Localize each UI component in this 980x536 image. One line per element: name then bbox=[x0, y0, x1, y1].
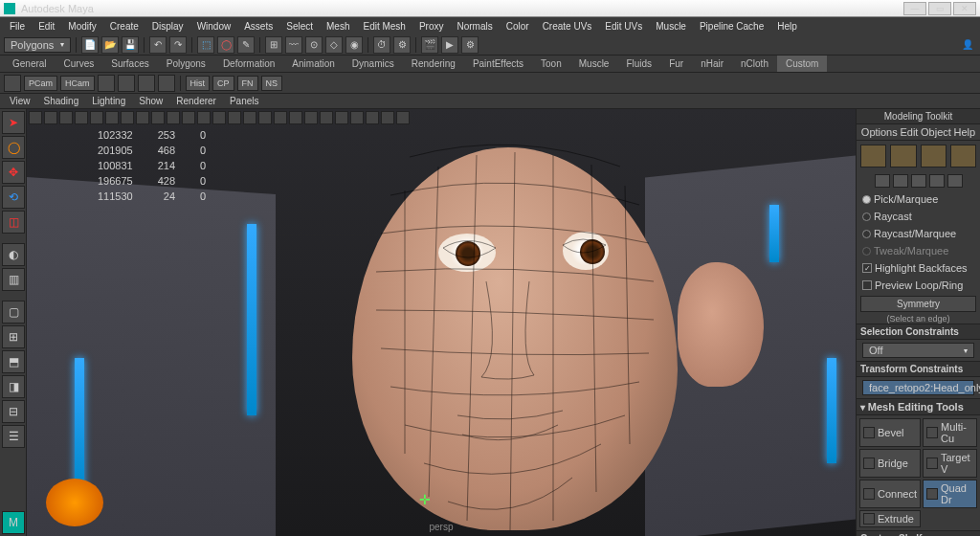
tool-bevel[interactable]: Bevel bbox=[859, 418, 921, 447]
trans-constraint-node[interactable]: face_retopo2:Head_only1:Me bbox=[862, 380, 974, 395]
shelf-tab-painteffects[interactable]: PaintEffects bbox=[464, 56, 532, 72]
menu-assets[interactable]: Assets bbox=[238, 19, 278, 34]
tk-menu-help[interactable]: Help bbox=[954, 126, 976, 138]
select-tool[interactable]: ➤ bbox=[2, 111, 25, 134]
shelf-tab-general[interactable]: General bbox=[4, 56, 56, 72]
shelf-tab-animation[interactable]: Animation bbox=[283, 56, 343, 72]
menu-file[interactable]: File bbox=[4, 19, 31, 34]
selection-constraints-header[interactable]: Selection Constraints bbox=[857, 324, 980, 340]
vp-icon[interactable] bbox=[90, 111, 103, 124]
shelf-icon-4[interactable] bbox=[158, 75, 175, 92]
symmetry-tool[interactable]: ▥ bbox=[2, 268, 25, 291]
grow-icon[interactable] bbox=[929, 174, 945, 188]
render-settings-icon[interactable]: ⚙ bbox=[461, 36, 479, 54]
component-edge-icon[interactable] bbox=[921, 145, 947, 168]
shelf-icon-3[interactable] bbox=[138, 75, 155, 92]
shelf-tab-nhair[interactable]: nHair bbox=[692, 56, 732, 72]
history-icon[interactable]: ⏱ bbox=[373, 36, 390, 54]
tool-quaddraw[interactable]: Quad Dr bbox=[923, 480, 977, 508]
mode-raycast[interactable]: Raycast bbox=[857, 208, 980, 225]
menu-select[interactable]: Select bbox=[280, 19, 319, 34]
vp-icon[interactable] bbox=[197, 111, 211, 124]
snap-live-icon[interactable]: ◉ bbox=[345, 36, 363, 54]
menu-modify[interactable]: Modify bbox=[62, 19, 101, 34]
vp-icon[interactable] bbox=[136, 111, 149, 124]
layout-two-v[interactable]: ◨ bbox=[2, 375, 25, 398]
vp-icon[interactable] bbox=[258, 111, 272, 124]
ipr-icon[interactable]: ▶ bbox=[441, 36, 458, 54]
vp-icon[interactable] bbox=[289, 111, 302, 124]
menu-muscle[interactable]: Muscle bbox=[650, 19, 692, 34]
vp-icon[interactable] bbox=[75, 111, 88, 124]
vp-icon[interactable] bbox=[320, 111, 333, 124]
snap-point-icon[interactable]: ⊙ bbox=[305, 36, 323, 54]
tk-menu-object[interactable]: Object bbox=[921, 126, 951, 138]
shelf-pcam[interactable]: PCam bbox=[24, 76, 57, 91]
paint-tool-icon[interactable]: ✎ bbox=[237, 36, 255, 54]
shelf-tab-fur[interactable]: Fur bbox=[660, 56, 692, 72]
tool-bridge[interactable]: Bridge bbox=[859, 449, 921, 478]
shelf-fn[interactable]: FN bbox=[237, 76, 258, 91]
shelf-hcam[interactable]: HCam bbox=[60, 76, 95, 91]
menu-edituvs[interactable]: Edit UVs bbox=[599, 19, 648, 34]
tool-target[interactable]: Target V bbox=[923, 449, 977, 478]
tool-extrude[interactable]: Extrude bbox=[859, 510, 921, 527]
tweak-icon[interactable] bbox=[911, 174, 926, 188]
menu-create[interactable]: Create bbox=[104, 19, 145, 34]
vp-icon[interactable] bbox=[350, 111, 364, 124]
vp-icon[interactable] bbox=[105, 111, 119, 124]
vp-icon[interactable] bbox=[59, 111, 73, 124]
symmetry-button[interactable]: Symmetry bbox=[860, 296, 976, 312]
menu-color[interactable]: Color bbox=[501, 19, 535, 34]
shelf-tab-polygons[interactable]: Polygons bbox=[158, 56, 214, 72]
shelf-icon-1[interactable] bbox=[98, 75, 115, 92]
minimize-button[interactable]: — bbox=[903, 2, 926, 15]
mode-tweak[interactable]: Tweak/Marquee bbox=[857, 242, 980, 259]
vp-icon[interactable] bbox=[335, 111, 348, 124]
shelf-tab-surfaces[interactable]: Surfaces bbox=[102, 56, 157, 72]
vp-icon[interactable] bbox=[44, 111, 57, 124]
vp-menu-show[interactable]: Show bbox=[133, 95, 168, 107]
maximize-button[interactable]: ▭ bbox=[928, 2, 951, 15]
vp-icon[interactable] bbox=[121, 111, 134, 124]
mode-raycast-marquee[interactable]: Raycast/Marquee bbox=[857, 225, 980, 242]
vp-icon[interactable] bbox=[151, 111, 165, 124]
shelf-tab-dynamics[interactable]: Dynamics bbox=[344, 56, 403, 72]
shelf-icon-2[interactable] bbox=[118, 75, 135, 92]
menu-proxy[interactable]: Proxy bbox=[413, 19, 450, 34]
scale-tool[interactable]: ◫ bbox=[2, 211, 25, 234]
layout-single[interactable]: ▢ bbox=[2, 301, 25, 324]
vp-menu-view[interactable]: View bbox=[4, 95, 36, 107]
vp-icon[interactable] bbox=[274, 111, 287, 124]
account-icon[interactable]: 👤 bbox=[959, 36, 976, 54]
menu-window[interactable]: Window bbox=[191, 19, 237, 34]
tk-menu-options[interactable]: Options bbox=[861, 126, 898, 138]
drag-icon[interactable] bbox=[893, 174, 908, 188]
save-scene-icon[interactable]: 💾 bbox=[122, 36, 139, 54]
close-button[interactable]: ✕ bbox=[953, 2, 976, 15]
transform-constraints-header[interactable]: Transform Constraints bbox=[857, 361, 980, 377]
vp-icon[interactable] bbox=[243, 111, 256, 124]
vp-icon[interactable] bbox=[29, 111, 42, 124]
shrink-icon[interactable] bbox=[947, 174, 963, 188]
soft-select-tool[interactable]: ◐ bbox=[2, 243, 25, 266]
tool-multicut[interactable]: Multi-Cu bbox=[923, 418, 977, 447]
menu-edit[interactable]: Edit bbox=[33, 19, 60, 34]
menu-display[interactable]: Display bbox=[146, 19, 189, 34]
viewport[interactable]: Viewport 2.0 1023322530 2019054680 10083… bbox=[27, 109, 856, 536]
preview-loop[interactable]: Preview Loop/Ring bbox=[857, 277, 980, 294]
menu-help[interactable]: Help bbox=[771, 19, 803, 34]
new-scene-icon[interactable]: 📄 bbox=[81, 36, 99, 54]
vp-icon[interactable] bbox=[212, 111, 226, 124]
vp-menu-renderer[interactable]: Renderer bbox=[170, 95, 222, 107]
vp-icon[interactable] bbox=[381, 111, 394, 124]
vp-icon[interactable] bbox=[228, 111, 241, 124]
snap-grid-icon[interactable]: ⊞ bbox=[265, 36, 282, 54]
menu-mesh[interactable]: Mesh bbox=[321, 19, 355, 34]
shelf-tab-deformation[interactable]: Deformation bbox=[214, 56, 283, 72]
vp-menu-lighting[interactable]: Lighting bbox=[86, 95, 131, 107]
mode-pick[interactable]: Pick/Marquee bbox=[857, 190, 980, 208]
vp-icon[interactable] bbox=[167, 111, 180, 124]
mesh-tools-header[interactable]: ▾ Mesh Editing Tools bbox=[857, 398, 980, 415]
shelf-tab-toon[interactable]: Toon bbox=[532, 56, 570, 72]
